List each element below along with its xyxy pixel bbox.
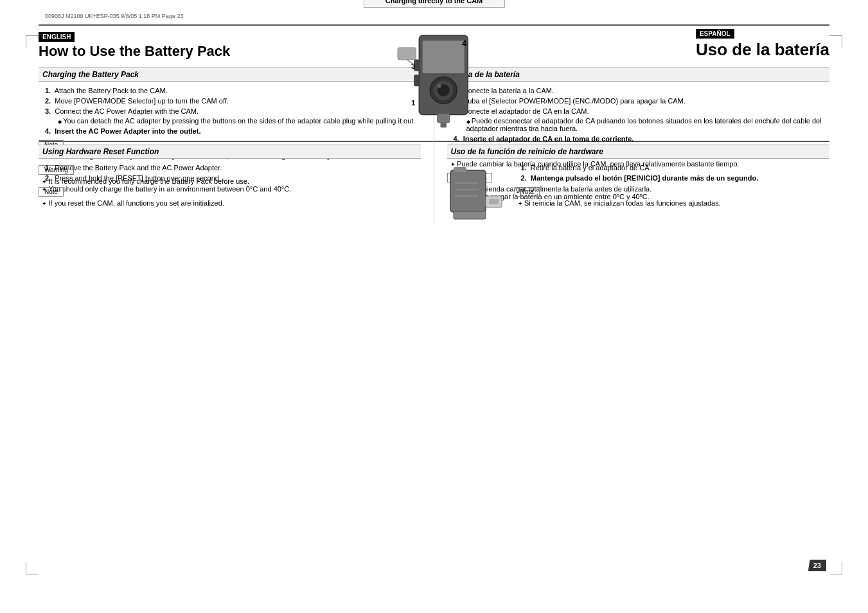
meta-text: 00906J M2100 UK+ESP-035 9/8/05 1:18 PM P…: [45, 13, 183, 19]
corner-mark-bl: [26, 562, 39, 574]
reset-content-es: 1. Retire la batería y el adaptador de C…: [447, 164, 830, 223]
step-3-en: 3. Connect the AC Power Adapter with the…: [42, 107, 421, 125]
spanish-page-title: Uso de la batería: [696, 40, 829, 60]
page-number: 23: [808, 560, 826, 571]
step-4-es: 4. Inserte el adaptador de CA en la toma…: [450, 135, 830, 143]
full-width-section: Using Hardware Reset Function 1. Remove …: [39, 141, 829, 223]
spanish-title-block: ESPAÑOL Uso de la batería: [677, 29, 829, 65]
step-2-en: 2. Move [POWER/MODE Selector] up to turn…: [42, 97, 421, 105]
step-3-sublist-en: You can detach the AC adapter by pressin…: [55, 117, 421, 125]
reset-image-es: [447, 164, 505, 223]
reset-text-es: 1. Retire la batería y el adaptador de C…: [515, 164, 759, 212]
reset-note-box-es: Nota: [515, 187, 540, 197]
fw-col-left-en: Using Hardware Reset Function 1. Remove …: [39, 145, 434, 223]
reset-steps-es: 1. Retire la batería y el adaptador de C…: [515, 164, 759, 182]
corner-mark-tr: [829, 35, 842, 48]
step-3-es: 3. Conecte el adaptador de CA en la CAM.…: [450, 107, 830, 132]
charging-label: Charging directly to the CAM: [364, 0, 505, 8]
step-2-es: 2. Suba el [Selector POWER/MODE] (ENC./M…: [450, 97, 830, 105]
svg-rect-17: [454, 211, 486, 219]
reset-step-2-en: 2. Press and hold the [RESET] button ove…: [42, 174, 421, 182]
svg-rect-19: [489, 199, 499, 204]
top-divider: [39, 24, 829, 26]
step-4-en: 4. Insert the AC Power Adapter into the …: [42, 127, 421, 135]
reset-note-content-es: Si reinicia la CAM, se inicializan todas…: [515, 199, 759, 207]
hardware-reset-area: Using Hardware Reset Function 1. Remove …: [39, 141, 829, 223]
meta-line: 00906J M2100 UK+ESP-035 9/8/05 1:18 PM P…: [39, 13, 829, 19]
reset-note-box-en: Note: [39, 187, 64, 197]
reset-step-2-es: 2. Mantenga pulsado el botón [REINICIO] …: [518, 174, 759, 182]
step-3-sub-1-en: You can detach the AC adapter by pressin…: [55, 117, 421, 125]
spanish-badge: ESPAÑOL: [696, 29, 734, 39]
section-header-reset-en: Using Hardware Reset Function: [39, 145, 421, 159]
charging-steps-en: 1. Attach the Battery Pack to the CAM. 2…: [39, 87, 421, 135]
english-badge: ENGLISH: [39, 32, 75, 42]
reset-step-1-en: 1. Remove the Battery Pack and the AC Po…: [42, 164, 421, 172]
step-3-sublist-es: Puede desconectar el adaptador de CA pul…: [463, 117, 830, 132]
carga-steps-es: 1. Conecte la batería a la CAM. 2. Suba …: [447, 87, 830, 143]
fw-col-right-es: Uso de la función de reinicio de hardwar…: [434, 145, 830, 223]
english-title-block: ENGLISH How to Use the Battery Pack: [39, 32, 230, 65]
corner-mark-br: [829, 562, 842, 574]
reset-steps-en: 1. Remove the Battery Pack and the AC Po…: [39, 164, 421, 182]
step-1-es: 1. Conecte la batería a la CAM.: [450, 87, 830, 94]
step-1-en: 1. Attach the Battery Pack to the CAM.: [42, 87, 421, 94]
step-3-sub-1-es: Puede desconectar el adaptador de CA pul…: [463, 117, 830, 132]
reset-step-1-es: 1. Retire la batería y el adaptador de C…: [518, 164, 759, 172]
english-page-title: How to Use the Battery Pack: [39, 43, 230, 60]
reset-illustration: [447, 164, 505, 222]
section-header-reset-es: Uso de la función de reinicio de hardwar…: [447, 145, 830, 159]
svg-rect-16: [454, 167, 466, 172]
svg-rect-15: [450, 170, 486, 212]
reset-note-content-en: If you reset the CAM, all functions you …: [39, 199, 421, 207]
charging-area: 1. Conecte la batería a la CAM. 2. Suba …: [447, 87, 830, 143]
reset-note-text-es: Si reinicia la CAM, se inicializan todas…: [515, 199, 759, 207]
reset-note-text-en: If you reset the CAM, all functions you …: [39, 199, 421, 207]
corner-mark-tl: [26, 35, 39, 48]
header-row: ENGLISH How to Use the Battery Pack ESPA…: [39, 29, 829, 65]
section-header-carga-es: Carga de la batería: [447, 67, 830, 82]
section-header-charging-en: Charging the Battery Pack: [39, 67, 421, 82]
